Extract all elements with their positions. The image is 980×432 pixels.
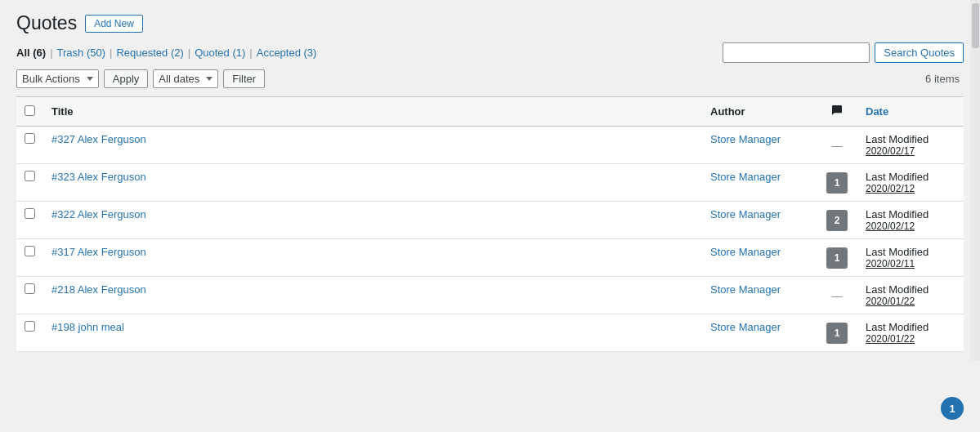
- filter-link-quoted[interactable]: Quoted (1): [195, 47, 245, 59]
- date-value-327: 2020/02/17: [866, 145, 955, 157]
- date-cell-218: Last Modified 2020/01/22: [857, 277, 964, 314]
- row-checkbox-323[interactable]: [25, 171, 35, 181]
- quote-link-198[interactable]: #198 john meal: [51, 321, 124, 333]
- author-text-317: Store Manager: [710, 246, 781, 258]
- table-header-row: Title Author Date: [16, 97, 964, 127]
- quote-link-218[interactable]: #218 Alex Ferguson: [51, 283, 146, 296]
- row-checkbox-327[interactable]: [25, 133, 35, 144]
- header-comment-col: [817, 97, 857, 127]
- search-input[interactable]: [723, 42, 870, 63]
- table-row: #317 Alex FergusonStore Manager1 Last Mo…: [16, 239, 964, 277]
- toolbar-left: Bulk Actions Apply All dates Filter: [16, 69, 265, 88]
- select-all-checkbox[interactable]: [25, 105, 35, 116]
- header-checkbox-col: [16, 97, 43, 127]
- quote-link-327[interactable]: #327 Alex Ferguson: [51, 133, 146, 145]
- toolbar-row: Bulk Actions Apply All dates Filter 6 it…: [16, 69, 964, 88]
- scrollbar-thumb: [972, 3, 979, 48]
- quote-link-323[interactable]: #323 Alex Ferguson: [51, 171, 146, 183]
- date-modified-198: Last Modified: [866, 321, 929, 333]
- bulk-actions-wrapper[interactable]: Bulk Actions: [16, 69, 99, 88]
- date-value-322: 2020/02/12: [866, 220, 955, 232]
- apply-button[interactable]: Apply: [104, 69, 149, 88]
- date-value-198: 2020/01/22: [866, 333, 955, 345]
- table-row: #323 Alex FergusonStore Manager1 Last Mo…: [16, 164, 964, 202]
- bulk-actions-chevron-icon: [87, 77, 93, 81]
- sep-1: |: [50, 47, 52, 59]
- comment-cell-198: 1: [817, 314, 857, 352]
- header-title-col: Title: [43, 97, 702, 127]
- comment-badge-317[interactable]: 1: [826, 247, 848, 269]
- comment-badge-198[interactable]: 1: [826, 323, 848, 344]
- date-value-323: 2020/02/12: [866, 183, 955, 194]
- author-text-218: Store Manager: [710, 283, 781, 296]
- comment-cell-218: —: [817, 277, 857, 314]
- table-row: #218 Alex FergusonStore Manager— Last Mo…: [16, 277, 964, 314]
- comment-cell-322: 2: [817, 202, 857, 239]
- author-text-323: Store Manager: [710, 171, 781, 183]
- notification-badge[interactable]: 1: [941, 397, 964, 420]
- scrollbar[interactable]: [970, 0, 980, 360]
- bulk-actions-label: Bulk Actions: [22, 73, 80, 85]
- filter-links-bar: All (6) | Trash (50) | Requested (2) | Q…: [16, 42, 964, 63]
- filter-link-all[interactable]: All (6): [16, 47, 46, 59]
- page-title: Quotes: [16, 12, 77, 34]
- row-checkbox-317[interactable]: [25, 246, 35, 256]
- toolbar-right: 6 items: [925, 73, 964, 85]
- quotes-table: Title Author Date #327 Alex FergusonStor…: [16, 96, 964, 352]
- sep-3: |: [188, 47, 190, 59]
- date-value-218: 2020/01/22: [866, 296, 955, 307]
- sep-2: |: [110, 47, 112, 59]
- date-modified-327: Last Modified: [866, 133, 929, 145]
- comment-cell-317: 1: [817, 239, 857, 277]
- row-checkbox-218[interactable]: [25, 283, 35, 294]
- filter-link-accepted[interactable]: Accepted (3): [257, 47, 317, 59]
- author-text-322: Store Manager: [710, 208, 781, 220]
- header-author-col: Author: [702, 97, 817, 127]
- date-modified-218: Last Modified: [866, 283, 929, 296]
- filter-link-trash[interactable]: Trash (50): [57, 47, 105, 59]
- row-checkbox-322[interactable]: [25, 208, 35, 219]
- comment-cell-323: 1: [817, 164, 857, 202]
- date-cell-198: Last Modified 2020/01/22: [857, 314, 964, 352]
- search-quotes-button[interactable]: Search Quotes: [875, 42, 964, 63]
- quote-link-317[interactable]: #317 Alex Ferguson: [51, 246, 146, 258]
- quote-link-322[interactable]: #322 Alex Ferguson: [51, 208, 146, 220]
- add-new-button[interactable]: Add New: [85, 15, 143, 33]
- comment-dash-327: —: [831, 139, 843, 152]
- author-text-327: Store Manager: [710, 133, 781, 145]
- comment-cell-327: —: [817, 127, 857, 164]
- header-date-col[interactable]: Date: [857, 97, 964, 127]
- date-modified-322: Last Modified: [866, 208, 929, 220]
- comment-dash-218: —: [831, 289, 843, 302]
- date-cell-322: Last Modified 2020/02/12: [857, 202, 964, 239]
- author-text-198: Store Manager: [710, 321, 781, 333]
- date-cell-323: Last Modified 2020/02/12: [857, 164, 964, 202]
- table-row: #327 Alex FergusonStore Manager— Last Mo…: [16, 127, 964, 164]
- sep-4: |: [249, 47, 252, 59]
- date-modified-317: Last Modified: [866, 246, 929, 258]
- items-count: 6 items: [925, 73, 964, 85]
- comment-badge-323[interactable]: 1: [826, 172, 848, 194]
- date-modified-323: Last Modified: [866, 171, 929, 183]
- row-checkbox-198[interactable]: [25, 321, 35, 332]
- all-dates-label: All dates: [159, 73, 199, 85]
- date-value-317: 2020/02/11: [866, 258, 955, 269]
- comment-badge-322[interactable]: 2: [826, 210, 848, 231]
- date-cell-327: Last Modified 2020/02/17: [857, 127, 964, 164]
- dates-wrapper[interactable]: All dates: [153, 69, 218, 88]
- filter-button[interactable]: Filter: [223, 69, 265, 88]
- comment-icon: [830, 104, 844, 117]
- table-row: #322 Alex FergusonStore Manager2 Last Mo…: [16, 202, 964, 239]
- filter-link-requested[interactable]: Requested (2): [116, 47, 183, 59]
- table-row: #198 john mealStore Manager1 Last Modifi…: [16, 314, 964, 352]
- dates-chevron-icon: [206, 77, 213, 81]
- date-cell-317: Last Modified 2020/02/11: [857, 239, 964, 277]
